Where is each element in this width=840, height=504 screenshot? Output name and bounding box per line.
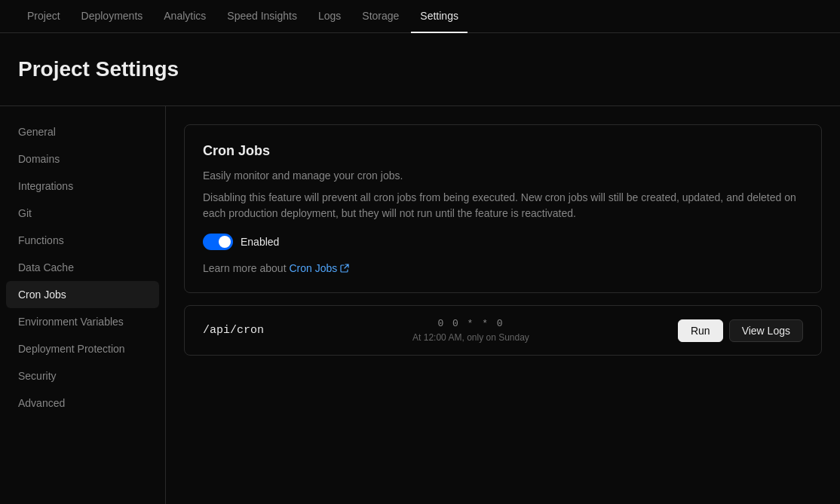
- nav-analytics[interactable]: Analytics: [155, 0, 215, 33]
- sidebar-item-environment-variables[interactable]: Environment Variables: [0, 308, 165, 335]
- sidebar-item-deployment-protection[interactable]: Deployment Protection: [0, 335, 165, 362]
- cron-job-row: /api/cron 0 0 * * 0 At 12:00 AM, only on…: [184, 305, 822, 356]
- external-link-icon: [340, 264, 349, 273]
- nav-project[interactable]: Project: [18, 0, 69, 33]
- nav-speed-insights[interactable]: Speed Insights: [218, 0, 306, 33]
- nav-logs[interactable]: Logs: [309, 0, 350, 33]
- sidebar-item-security[interactable]: Security: [0, 362, 165, 389]
- cron-jobs-card: Cron Jobs Easily monitor and manage your…: [184, 124, 822, 293]
- cron-jobs-warning: Disabling this feature will prevent all …: [203, 190, 803, 221]
- run-button[interactable]: Run: [678, 319, 723, 342]
- main-layout: General Domains Integrations Git Functio…: [0, 106, 840, 504]
- sidebar: General Domains Integrations Git Functio…: [0, 106, 166, 504]
- toggle-track: [203, 234, 233, 250]
- sidebar-item-git[interactable]: Git: [0, 200, 165, 227]
- sidebar-item-functions[interactable]: Functions: [0, 227, 165, 254]
- cron-jobs-description: Easily monitor and manage your cron jobs…: [203, 168, 803, 184]
- toggle-label: Enabled: [241, 236, 279, 248]
- cron-schedule-info: 0 0 * * 0 At 12:00 AM, only on Sunday: [412, 318, 529, 343]
- cron-path: /api/cron: [203, 324, 264, 337]
- view-logs-button[interactable]: View Logs: [729, 319, 803, 342]
- page-header: Project Settings: [0, 33, 840, 106]
- sidebar-item-integrations[interactable]: Integrations: [0, 173, 165, 200]
- page-title: Project Settings: [18, 57, 822, 81]
- sidebar-item-general[interactable]: General: [0, 118, 165, 145]
- cron-jobs-title: Cron Jobs: [203, 143, 803, 159]
- sidebar-item-cron-jobs[interactable]: Cron Jobs: [6, 281, 159, 308]
- nav-deployments[interactable]: Deployments: [72, 0, 152, 33]
- sidebar-item-data-cache[interactable]: Data Cache: [0, 254, 165, 281]
- cron-expression: 0 0 * * 0: [437, 318, 504, 329]
- sidebar-item-advanced[interactable]: Advanced: [0, 389, 165, 417]
- cron-description: At 12:00 AM, only on Sunday: [412, 332, 529, 343]
- top-navigation: Project Deployments Analytics Speed Insi…: [0, 0, 840, 33]
- content-area: Cron Jobs Easily monitor and manage your…: [166, 106, 840, 504]
- enabled-toggle[interactable]: [203, 234, 233, 250]
- learn-more: Learn more about Cron Jobs: [203, 262, 803, 274]
- toggle-row: Enabled: [203, 234, 803, 250]
- cron-jobs-link[interactable]: Cron Jobs: [289, 262, 349, 274]
- toggle-thumb: [219, 236, 231, 248]
- nav-storage[interactable]: Storage: [353, 0, 408, 33]
- learn-more-text: Learn more about: [203, 262, 287, 274]
- sidebar-item-domains[interactable]: Domains: [0, 145, 165, 173]
- cron-actions: Run View Logs: [678, 319, 803, 342]
- nav-settings[interactable]: Settings: [411, 0, 468, 33]
